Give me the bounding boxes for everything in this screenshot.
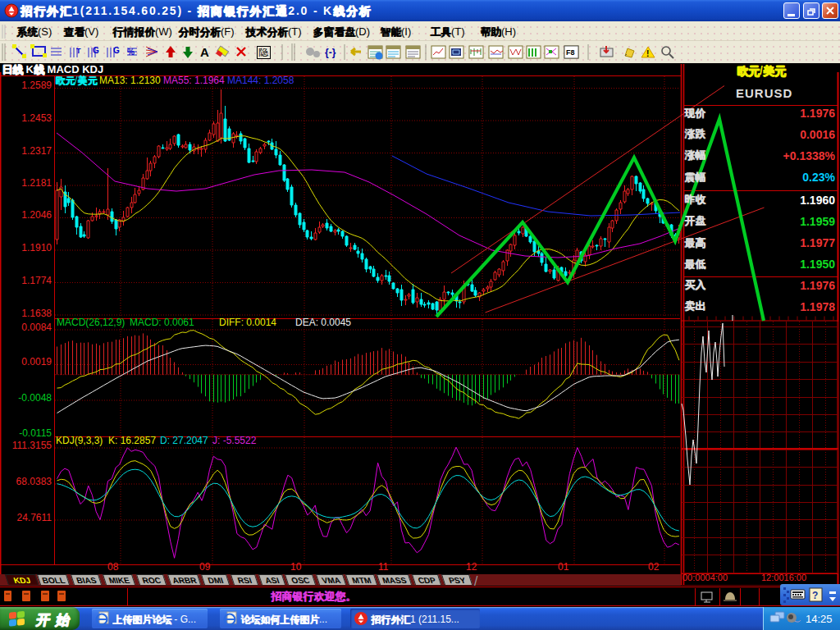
svg-text:%: %: [127, 48, 135, 57]
svg-text:!: !: [646, 49, 649, 58]
svg-text:F8: F8: [566, 48, 575, 57]
svg-text:T: T: [76, 47, 81, 55]
svg-text:A: A: [200, 45, 209, 59]
svg-text:G: G: [93, 46, 99, 55]
svg-text:?: ?: [812, 590, 818, 601]
svg-text:隐: 隐: [258, 47, 269, 58]
svg-text:G: G: [113, 46, 120, 55]
svg-text:{-}: {-}: [325, 47, 336, 58]
